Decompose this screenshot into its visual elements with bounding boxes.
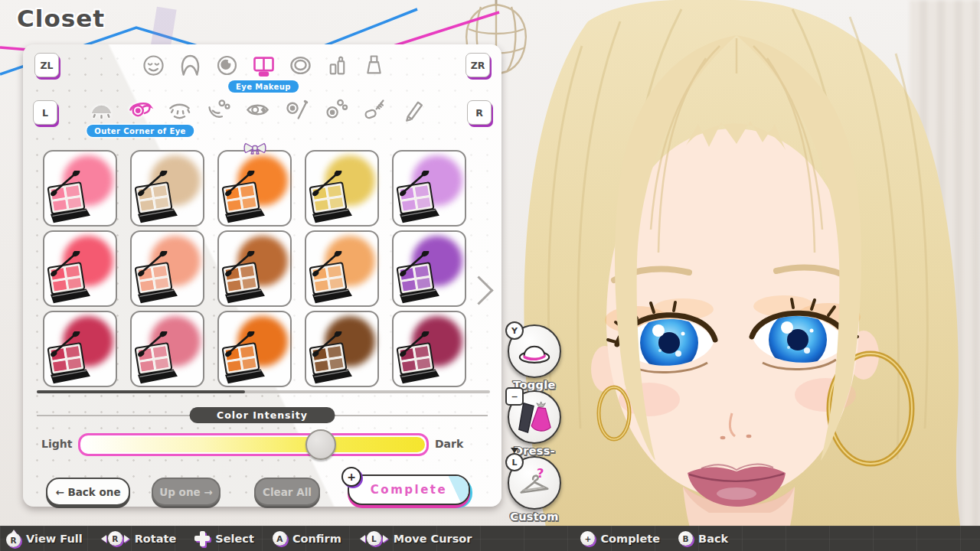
hint-move-cursor: LMove Cursor (360, 531, 472, 546)
complete-button[interactable]: Complete (348, 474, 470, 505)
hint-back: BBack (678, 531, 728, 546)
right-stick-lr-icon: R (101, 531, 129, 546)
eyeshadow-palette-icon (45, 251, 94, 305)
swatch-item[interactable] (217, 150, 292, 227)
hair-icon (177, 52, 204, 79)
swatch-item[interactable] (305, 150, 379, 227)
back-one-button[interactable]: ← Back one (46, 478, 130, 506)
button-glyph: R (108, 531, 122, 546)
eyeshadow-palette-icon (394, 251, 443, 305)
swatch-item[interactable] (130, 311, 204, 387)
page-title: Closet (17, 5, 105, 32)
right-arrow-icon (383, 535, 388, 543)
l-shoulder-button[interactable]: L (33, 100, 57, 125)
subtab-eye-corner[interactable]: Outer Corner of Eye (123, 93, 157, 126)
eye-dots-icon (322, 96, 349, 123)
hint-select: Select (194, 531, 254, 546)
tab-lipstick[interactable] (320, 48, 354, 82)
badge-Y: Y (505, 321, 524, 340)
swatch-item[interactable] (217, 311, 292, 387)
button-glyph: + (580, 531, 595, 546)
subtab-eye-dots[interactable] (318, 93, 352, 126)
swatch-item[interactable] (43, 230, 117, 307)
zr-shoulder-button[interactable]: ZR (466, 53, 490, 77)
swatch-item[interactable] (392, 311, 466, 387)
subtab-eye-sparkle[interactable] (240, 93, 274, 126)
dress-button-circle: − (508, 390, 561, 444)
side-button-label: Custom (508, 510, 561, 523)
grid-scrollbar-fill (37, 390, 245, 393)
clear-all-button[interactable]: Clear All (254, 478, 320, 506)
up-one-button[interactable]: Up one → (152, 478, 220, 506)
hint-label: Back (698, 533, 728, 545)
category-tab-row: Eye Makeup (136, 48, 390, 82)
subcategory-tab-row: Outer Corner of Eye (84, 93, 430, 126)
equipped-bow-icon (243, 142, 267, 155)
subtab-pencil[interactable] (397, 93, 430, 126)
swatch-item[interactable] (392, 150, 466, 227)
button-b-icon: B (678, 531, 693, 546)
r-shoulder-button[interactable]: R (467, 100, 492, 125)
tab-eye[interactable] (210, 48, 243, 82)
compact-icon (287, 52, 314, 79)
tab-hair[interactable] (173, 48, 207, 82)
subtab-mascara[interactable] (358, 93, 391, 126)
eye-icon (214, 52, 240, 79)
controller-hint-bar: RView FullRRotateSelectAConfirmLMove Cur… (0, 526, 980, 551)
subtab-selected-label: Outer Corner of Eye (87, 125, 194, 137)
left-arrow-icon (101, 535, 106, 543)
eyeshadow-palette-icon (132, 331, 181, 385)
subtab-eye-wand[interactable] (279, 93, 313, 126)
side-button-hanger[interactable]: LCustom (508, 456, 561, 523)
swatch-item[interactable] (130, 150, 204, 227)
plus-button-badge: + (341, 467, 361, 487)
button-plus-icon: + (580, 531, 595, 546)
intensity-slider-knob[interactable] (305, 429, 336, 460)
slider-max-label: Dark (435, 438, 463, 450)
eyeshadow-palette-icon (307, 251, 356, 305)
eyeshadow-palette-icon (394, 171, 443, 224)
swatch-item[interactable] (305, 230, 379, 307)
slider-min-label: Light (41, 438, 72, 450)
swatch-item[interactable] (43, 311, 117, 387)
swatch-item[interactable] (130, 230, 204, 307)
swatch-item[interactable] (305, 311, 379, 387)
subtab-cheek[interactable] (201, 93, 235, 126)
right-stick-press-icon: R (6, 533, 21, 547)
left-stick-lr-icon: L (360, 531, 388, 546)
eyeshadow-palette-icon (45, 331, 94, 385)
next-page-chevron-icon[interactable] (464, 276, 493, 305)
nail-polish-icon (361, 52, 387, 79)
subtab-eyelid[interactable] (84, 93, 118, 126)
tab-compact[interactable] (283, 48, 317, 82)
hanger-button-circle: L (508, 456, 561, 510)
dpad-icon (194, 531, 210, 546)
closet-panel: ZL ZR L R Eye Makeup Outer Corner of Eye… (23, 44, 501, 507)
subtab-lower-lash[interactable] (162, 93, 196, 126)
tab-nail-polish[interactable] (357, 48, 390, 82)
tab-eye-makeup[interactable]: Eye Makeup (247, 48, 280, 82)
eyeshadow-palette-icon (307, 331, 356, 385)
intensity-slider-track[interactable] (78, 433, 429, 456)
tab-face[interactable] (136, 48, 170, 82)
hint-rotate: RRotate (101, 531, 177, 546)
face-icon (140, 52, 167, 79)
mascara-icon (361, 96, 388, 123)
swatch-item[interactable] (392, 230, 466, 307)
right-arrow-icon (124, 535, 129, 543)
swatch-item[interactable] (217, 230, 292, 307)
button-glyph: R (6, 533, 21, 547)
hint-label: Complete (600, 533, 660, 545)
eye-wand-icon (283, 96, 310, 123)
intensity-header: Color Intensity (23, 407, 501, 424)
hint-label: Confirm (292, 533, 341, 545)
swatch-item[interactable] (43, 150, 117, 227)
eye-makeup-icon (250, 52, 277, 79)
eyeshadow-palette-icon (220, 251, 269, 305)
zl-shoulder-button[interactable]: ZL (34, 53, 59, 77)
tab-selected-label: Eye Makeup (228, 80, 299, 93)
eyeshadow-palette-icon (45, 171, 94, 224)
hint-label: Rotate (135, 533, 177, 545)
hint-confirm: AConfirm (273, 531, 341, 546)
grid-scrollbar[interactable] (37, 390, 490, 393)
